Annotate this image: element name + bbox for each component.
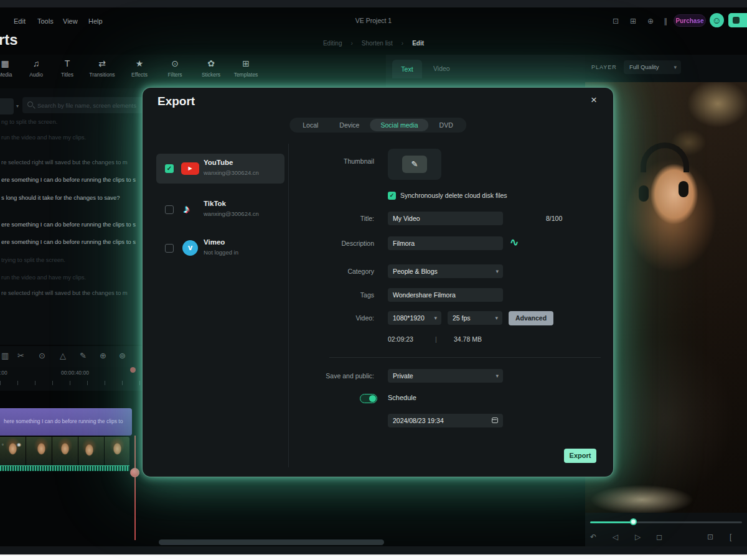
prev-frame-icon[interactable]: ◁ — [613, 533, 618, 541]
toolbar-stickers[interactable]: ✿ Stickers — [196, 58, 226, 78]
close-icon[interactable]: × — [591, 94, 597, 106]
edit-icon[interactable]: ✎ — [80, 351, 87, 360]
transcript-line[interactable]: re selected right will saved but the cha… — [1, 289, 144, 296]
schedule-datetime-input[interactable]: 2024/08/23 19:34 — [388, 414, 503, 427]
grid-icon[interactable]: ⊞ — [630, 17, 636, 26]
checkbox-checked[interactable]: ✓ — [165, 164, 174, 173]
toolbar-media[interactable]: ▦ Media — [0, 58, 20, 78]
schedule-toggle[interactable] — [360, 394, 377, 403]
ai-writer-icon[interactable]: ∿ — [510, 236, 519, 249]
toolbar-effects[interactable]: ★ Effects — [125, 58, 154, 78]
app-export-button[interactable] — [728, 13, 747, 27]
split-icon[interactable]: ✂ — [17, 351, 24, 360]
toolbar-transitions[interactable]: ⇄ Transitions — [87, 58, 117, 78]
media-toolbar: ▦ Media ♫ Audio T Titles ⇄ Transitions ★… — [0, 55, 386, 88]
text-clip-label: here something I can do before running t… — [4, 418, 123, 424]
toolbar-audio[interactable]: ♫ Audio — [21, 58, 51, 78]
keyframe-icon[interactable]: △ — [60, 351, 66, 360]
templates-icon: ⊞ — [231, 58, 261, 70]
tab-dvd[interactable]: DVD — [429, 119, 464, 131]
resolution-dropdown[interactable]: 1080*1920 ▾ — [388, 311, 441, 325]
columns-icon[interactable]: ∥ — [664, 17, 667, 26]
toolbar-templates[interactable]: ⊞ Templates — [231, 58, 261, 78]
calendar-icon[interactable] — [492, 418, 498, 423]
export-duration: 02:09:23 — [388, 335, 413, 343]
transcript-line[interactable]: ng to split the screen. — [1, 118, 144, 125]
cloud-icon[interactable]: ⊕ — [647, 17, 654, 26]
playhead-handle[interactable] — [130, 468, 139, 477]
step-back-icon[interactable]: ↶ — [590, 533, 596, 541]
edit-pencil-icon: ✎ — [402, 156, 427, 173]
purchase-button[interactable]: Purchase — [674, 14, 706, 27]
tab-device[interactable]: Device — [329, 119, 370, 131]
checkbox-unchecked[interactable] — [165, 244, 174, 253]
fps-value: 25 fps — [453, 314, 471, 322]
chevron-right-icon: › — [402, 40, 403, 47]
timeline-ruler[interactable]: :00 00:00:40:00 — [0, 367, 144, 391]
tab-social-media[interactable]: Social media — [370, 119, 428, 131]
display-icon[interactable]: ⊡ — [613, 17, 619, 26]
breadcrumb-step-1[interactable]: Editing — [323, 40, 342, 47]
tiktok-icon: ♪ — [184, 202, 190, 216]
transcript-line[interactable]: ere something I can do before running th… — [1, 221, 144, 228]
transcript-line[interactable]: trying to split the screen. — [1, 256, 144, 263]
crop-icon[interactable]: [ — [730, 533, 731, 541]
toolbar-titles[interactable]: T Titles — [52, 58, 82, 78]
description-input[interactable]: Filmora — [388, 236, 503, 250]
text-clip[interactable]: here something I can do before running t… — [0, 408, 132, 436]
account-row-youtube[interactable]: ✓ ▶ YouTube wanxing@300624.cn — [156, 154, 284, 184]
transcript-line[interactable]: ere something I can do before running th… — [1, 176, 144, 183]
tab-text[interactable]: Text — [392, 60, 422, 78]
account-detail: wanxing@300624.cn — [204, 169, 259, 176]
account-row-tiktok[interactable]: ♪ TikTok wanxing@300624.cn — [156, 195, 284, 225]
transcript-line[interactable]: re selected right will saved but the cha… — [1, 159, 144, 166]
player-label: PLAYER — [591, 64, 617, 70]
panel-divider — [288, 144, 289, 467]
thumbnail-button[interactable]: ✎ — [388, 149, 441, 180]
tab-local[interactable]: Local — [292, 119, 329, 131]
chevron-down-icon: ▾ — [496, 264, 499, 278]
quality-dropdown[interactable]: Full Quality ▾ — [624, 60, 681, 74]
search-input[interactable] — [37, 97, 140, 113]
tab-video[interactable]: Video — [433, 65, 450, 72]
seek-handle[interactable] — [630, 518, 637, 525]
snapshot-icon[interactable]: ⊡ — [707, 533, 713, 541]
transcript-line[interactable]: run the video and have my clips. — [1, 134, 144, 141]
checkbox-unchecked[interactable] — [165, 205, 174, 214]
record-icon[interactable]: ⊚ — [119, 351, 126, 360]
breadcrumb-step-2[interactable]: Shorten list — [362, 40, 393, 47]
search-bar[interactable] — [22, 97, 143, 113]
ruler-timecode: :00 — [0, 370, 7, 376]
stop-icon[interactable]: ◻ — [656, 533, 662, 541]
transcript-line[interactable]: s long should it take for the changes to… — [1, 194, 144, 201]
title-input[interactable]: My Video — [388, 212, 503, 225]
account-row-vimeo[interactable]: v Vimeo Not logged in — [156, 233, 284, 263]
marker-icon[interactable]: ⊕ — [100, 351, 106, 360]
toolbar-filters[interactable]: ⊙ Filters — [160, 58, 190, 78]
fps-dropdown[interactable]: 25 fps ▾ — [448, 311, 502, 325]
media-icon: ▦ — [0, 58, 20, 70]
export-button[interactable]: Export — [564, 449, 596, 463]
transcript-line[interactable]: ere something I can do before running th… — [1, 238, 144, 245]
track-options-icon[interactable]: ▥ — [1, 351, 9, 360]
play-icon[interactable]: ▷ — [635, 533, 641, 541]
privacy-dropdown[interactable]: Private ▾ — [388, 369, 503, 383]
user-avatar[interactable]: ☺ — [710, 13, 724, 27]
horizontal-scrollbar[interactable] — [159, 539, 384, 545]
privacy-value: Private — [393, 372, 413, 380]
video-clip[interactable] — [0, 437, 129, 465]
transcript-line[interactable]: run the video and have my clips. — [1, 274, 144, 281]
speed-icon[interactable]: ⊙ — [39, 351, 45, 360]
transitions-label: Transitions — [87, 72, 117, 78]
category-dropdown[interactable]: People & Blogs ▾ — [388, 264, 503, 278]
playhead-line[interactable] — [134, 436, 136, 540]
tags-input[interactable]: Wondershare Filmora — [388, 288, 503, 302]
platform-name: YouTube — [204, 159, 233, 166]
source-selector[interactable] — [0, 98, 14, 114]
tags-label: Tags — [268, 291, 374, 299]
playhead-top-marker[interactable] — [130, 367, 136, 373]
media-label: Media — [0, 72, 20, 78]
sync-delete-checkbox[interactable]: ✓ — [388, 192, 396, 200]
advanced-button[interactable]: Advanced — [509, 311, 553, 325]
category-label: Category — [268, 268, 374, 275]
